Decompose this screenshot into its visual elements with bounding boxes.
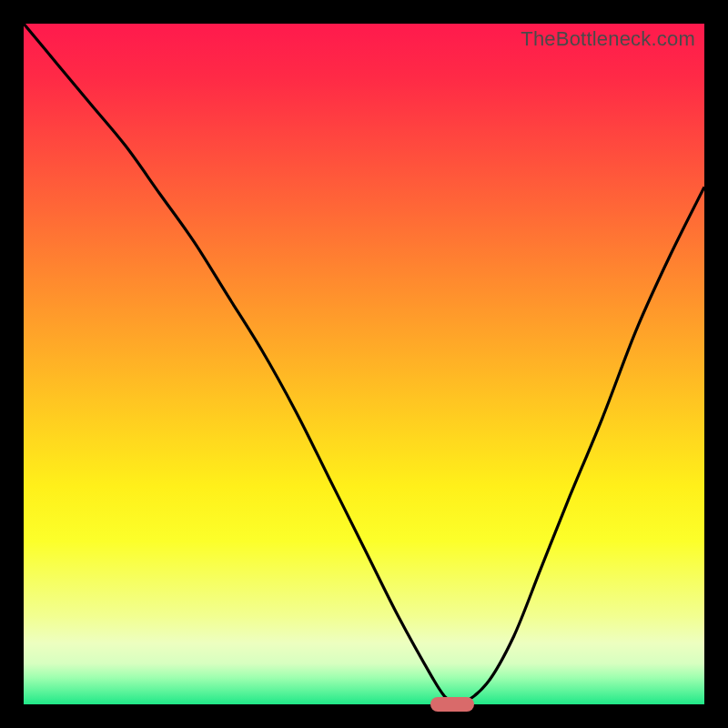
curve-path: [24, 24, 704, 704]
plot-area: TheBottleneck.com: [24, 24, 704, 704]
chart-frame: TheBottleneck.com: [0, 0, 728, 728]
watermark-text: TheBottleneck.com: [521, 27, 695, 51]
optimal-marker: [430, 697, 474, 712]
bottleneck-curve: [24, 24, 704, 704]
